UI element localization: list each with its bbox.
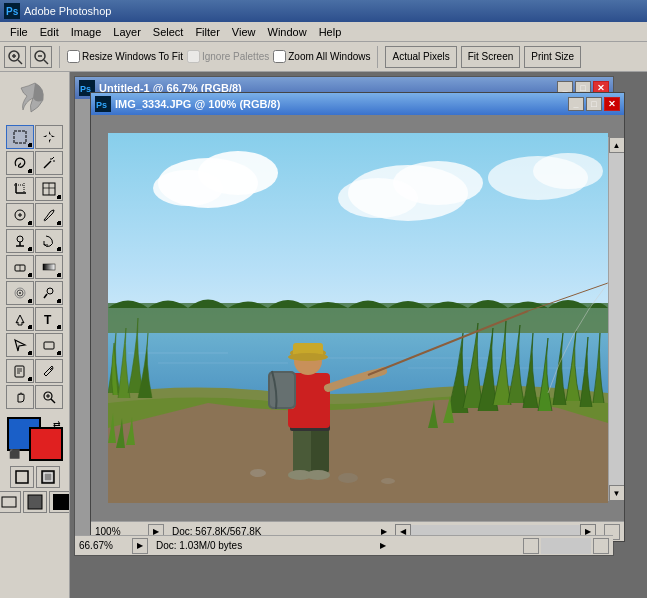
ps-logo — [13, 76, 57, 120]
toolbox: T — [0, 72, 70, 598]
menu-item-select[interactable]: Select — [147, 24, 190, 40]
menu-item-window[interactable]: Window — [262, 24, 313, 40]
bg-scroll-track — [541, 538, 591, 554]
tool-zoom[interactable] — [35, 385, 63, 409]
svg-line-39 — [44, 294, 47, 298]
img-minimize-button[interactable]: _ — [568, 97, 584, 111]
tool-magic-wand[interactable] — [35, 151, 63, 175]
svg-line-49 — [51, 399, 55, 403]
svg-point-37 — [19, 292, 21, 294]
ignore-palettes-checkbox[interactable]: Ignore Palettes — [187, 50, 269, 63]
quick-mask-row — [10, 466, 60, 488]
tool-eraser[interactable] — [6, 255, 34, 279]
full-screen-no-menu-button[interactable] — [49, 491, 71, 513]
tool-gradient[interactable] — [35, 255, 63, 279]
separator2 — [377, 46, 378, 68]
svg-rect-43 — [15, 366, 24, 377]
tool-blur[interactable] — [6, 281, 34, 305]
tool-dodge[interactable] — [35, 281, 63, 305]
scroll-up-button[interactable]: ▲ — [609, 137, 625, 153]
svg-rect-55 — [2, 497, 16, 507]
swap-colors[interactable]: ⇄ — [53, 419, 61, 429]
svg-text:T: T — [44, 313, 52, 326]
menu-item-file[interactable]: File — [4, 24, 34, 40]
img-window-titlebar[interactable]: Ps IMG_3334.JPG @ 100% (RGB/8) _ □ ✕ — [91, 93, 624, 115]
tool-stamp[interactable] — [6, 229, 34, 253]
bg-scroll-right[interactable] — [593, 538, 609, 554]
title-bar: Ps Adobe Photoshop — [0, 0, 647, 22]
menu-bar: FileEditImageLayerSelectFilterViewWindow… — [0, 22, 647, 42]
tool-history-brush[interactable] — [35, 229, 63, 253]
svg-marker-41 — [15, 340, 25, 351]
scroll-down-button[interactable]: ▼ — [609, 485, 625, 501]
menu-item-help[interactable]: Help — [313, 24, 348, 40]
vertical-scrollbar[interactable]: ▲ ▼ — [608, 137, 624, 501]
menu-item-filter[interactable]: Filter — [189, 24, 225, 40]
menu-item-layer[interactable]: Layer — [107, 24, 147, 40]
svg-point-70 — [533, 153, 603, 189]
svg-marker-14 — [49, 135, 55, 137]
tool-notes[interactable] — [6, 359, 34, 383]
svg-point-65 — [153, 170, 223, 206]
tool-row-6 — [6, 255, 63, 279]
svg-rect-77 — [293, 428, 311, 473]
zoom-all-checkbox[interactable]: Zoom All Windows — [273, 50, 370, 63]
tool-eyedropper[interactable] — [35, 359, 63, 383]
tool-pen[interactable] — [6, 307, 34, 331]
tool-move[interactable] — [35, 125, 63, 149]
screen-mode-row — [0, 491, 70, 513]
svg-point-38 — [47, 288, 53, 294]
standard-mode-button[interactable] — [10, 466, 34, 488]
img-window-title: IMG_3334.JPG @ 100% (RGB/8) — [115, 98, 280, 110]
bg-info-icon[interactable]: ▶ — [132, 538, 148, 554]
tool-row-3 — [6, 177, 63, 201]
tool-crop[interactable] — [6, 177, 34, 201]
svg-rect-78 — [311, 428, 329, 473]
tool-marquee[interactable] — [6, 125, 34, 149]
tool-shape[interactable] — [35, 333, 63, 357]
tool-row-10 — [6, 359, 63, 383]
app-icon: Ps — [4, 3, 20, 19]
svg-marker-12 — [49, 137, 51, 143]
resize-windows-checkbox[interactable]: Resize Windows To Fit — [67, 50, 183, 63]
svg-rect-42 — [44, 342, 54, 349]
fit-screen-button[interactable]: Fit Screen — [461, 46, 521, 68]
tool-healing[interactable] — [6, 203, 34, 227]
bg-status-arrow[interactable]: ▶ — [380, 541, 386, 550]
quick-mask-button[interactable] — [36, 466, 60, 488]
tool-hand[interactable] — [6, 385, 34, 409]
tool-slice[interactable] — [35, 177, 63, 201]
main-area: T — [0, 72, 647, 598]
zoom-out-button[interactable] — [30, 46, 52, 68]
tool-brush[interactable] — [35, 203, 63, 227]
img-window-controls: _ □ ✕ — [568, 97, 620, 111]
svg-point-93 — [338, 473, 358, 483]
menu-item-view[interactable]: View — [226, 24, 262, 40]
print-size-button[interactable]: Print Size — [524, 46, 581, 68]
screen-mode-button[interactable] — [0, 491, 21, 513]
tool-path-select[interactable] — [6, 333, 34, 357]
svg-rect-10 — [14, 131, 26, 143]
tool-lasso[interactable] — [6, 151, 34, 175]
background-color[interactable] — [29, 427, 63, 461]
svg-rect-57 — [53, 494, 69, 510]
tool-row-7 — [6, 281, 63, 305]
actual-pixels-button[interactable]: Actual Pixels — [385, 46, 456, 68]
full-screen-button[interactable] — [23, 491, 47, 513]
menu-item-edit[interactable]: Edit — [34, 24, 65, 40]
svg-line-3 — [18, 60, 22, 64]
tool-row-8: T — [6, 307, 63, 331]
canvas-area: ▲ ▼ — [91, 115, 624, 521]
svg-rect-56 — [28, 495, 42, 509]
img-close-button[interactable]: ✕ — [604, 97, 620, 111]
reset-colors[interactable]: ⬛ — [9, 449, 20, 459]
svg-line-15 — [44, 161, 51, 168]
svg-point-29 — [17, 236, 23, 242]
options-bar: Resize Windows To Fit Ignore Palettes Zo… — [0, 42, 647, 72]
tool-row-4 — [6, 203, 63, 227]
zoom-in-button[interactable] — [4, 46, 26, 68]
img-maximize-button[interactable]: □ — [586, 97, 602, 111]
tool-type[interactable]: T — [35, 307, 63, 331]
bg-scroll-left[interactable] — [523, 538, 539, 554]
menu-item-image[interactable]: Image — [65, 24, 108, 40]
